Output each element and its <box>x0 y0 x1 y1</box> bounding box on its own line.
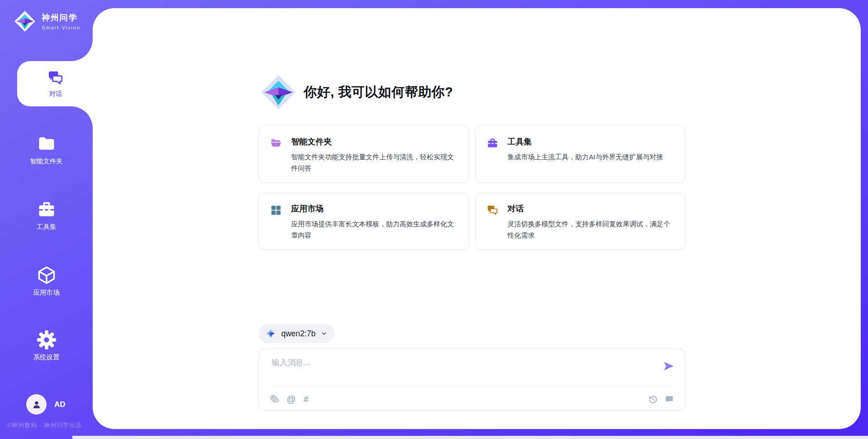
message-composer: @ # <box>259 348 685 410</box>
sidebar-item-toolset[interactable]: 工具集 <box>0 200 93 231</box>
tab-fillet-bottom <box>71 106 93 128</box>
message-input[interactable] <box>272 357 660 383</box>
chat-bubbles-icon <box>47 69 64 86</box>
horizontal-scrollbar[interactable] <box>72 436 868 439</box>
paperclip-icon[interactable] <box>270 395 279 404</box>
cube-icon <box>37 265 57 285</box>
folder-icon <box>37 134 57 154</box>
hash-icon[interactable]: # <box>303 395 308 404</box>
toolbox-icon <box>37 200 57 220</box>
copyright-footer: ©神州数码 · 神州问学出品 <box>7 421 82 429</box>
sidebar-item-smart-folder[interactable]: 智能文件夹 <box>0 134 93 166</box>
feature-card-toolset[interactable]: 工具集 集成市场上主流工具，助力AI与外界无缝扩展与对接 <box>475 126 686 183</box>
toolbox-icon <box>486 137 499 149</box>
sidebar-item-settings[interactable]: 系统设置 <box>0 330 93 362</box>
sidebar-item-label: 对话 <box>49 90 62 98</box>
send-button[interactable] <box>662 360 675 373</box>
composer-toolbar: @ # <box>270 393 674 406</box>
sidebar-item-label: 系统设置 <box>33 353 60 362</box>
user-initials: AD <box>54 400 66 409</box>
mention-icon[interactable]: @ <box>287 395 296 404</box>
brand-diamond-icon <box>260 74 297 111</box>
brand-diamond-icon <box>265 328 276 339</box>
composer-divider <box>270 387 674 387</box>
model-selector[interactable]: qwen2:7b <box>259 324 335 343</box>
feature-card-chat[interactable]: 对话 灵活切换多模型文件，支持多样回复效果调试，满足个性化需求 <box>475 193 686 250</box>
avatar[interactable] <box>26 394 47 415</box>
card-description: 应用市场提供丰富长文本模板，助力高效生成多样化文章内容 <box>291 218 458 241</box>
sidebar-item-label: 智能文件夹 <box>30 157 63 166</box>
model-name: qwen2:7b <box>281 329 316 339</box>
person-icon <box>31 399 42 410</box>
chat-bubbles-icon <box>486 204 499 216</box>
tab-fillet-top <box>71 39 93 61</box>
brand-logo: 神州问学 Smart Vision <box>14 10 80 33</box>
card-title: 对话 <box>508 203 675 214</box>
brand-diamond-icon <box>14 10 36 33</box>
sidebar-item-label: 工具集 <box>37 223 57 231</box>
brand-subtitle: Smart Vision <box>42 25 80 30</box>
feature-card-app-market[interactable]: 应用市场 应用市场提供丰富长文本模板，助力高效生成多样化文章内容 <box>259 193 469 250</box>
feature-card-smart-folder[interactable]: 智能文件夹 智能文件夹功能支持批量文件上传与清洗，轻松实现文件问答 <box>259 126 469 183</box>
card-description: 灵活切换多模型文件，支持多样回复效果调试，满足个性化需求 <box>508 218 675 241</box>
card-description: 集成市场上主流工具，助力AI与外界无缝扩展与对接 <box>508 151 663 162</box>
brand-name: 神州问学 <box>42 12 80 23</box>
greeting-title: 你好, 我可以如何帮助你? <box>304 83 453 101</box>
feature-cards: 智能文件夹 智能文件夹功能支持批量文件上传与清洗，轻松实现文件问答 工具集 集成… <box>259 126 685 250</box>
sidebar-item-chat[interactable]: 对话 <box>17 61 94 106</box>
chat-bubble-icon[interactable] <box>665 395 674 404</box>
gear-icon <box>37 330 57 350</box>
card-title: 智能文件夹 <box>291 136 458 147</box>
chevron-down-icon <box>321 330 328 337</box>
sidebar-item-label: 应用市场 <box>33 288 60 297</box>
card-title: 应用市场 <box>291 203 458 214</box>
user-profile[interactable]: AD <box>26 394 66 415</box>
card-title: 工具集 <box>508 136 663 147</box>
grid-icon <box>270 204 282 216</box>
sidebar-item-app-market[interactable]: 应用市场 <box>0 265 93 297</box>
history-icon[interactable] <box>648 395 658 404</box>
folder-open-icon <box>270 137 282 149</box>
send-icon <box>663 360 675 372</box>
greeting: 你好, 我可以如何帮助你? <box>260 74 453 111</box>
card-description: 智能文件夹功能支持批量文件上传与清洗，轻松实现文件问答 <box>291 151 458 174</box>
